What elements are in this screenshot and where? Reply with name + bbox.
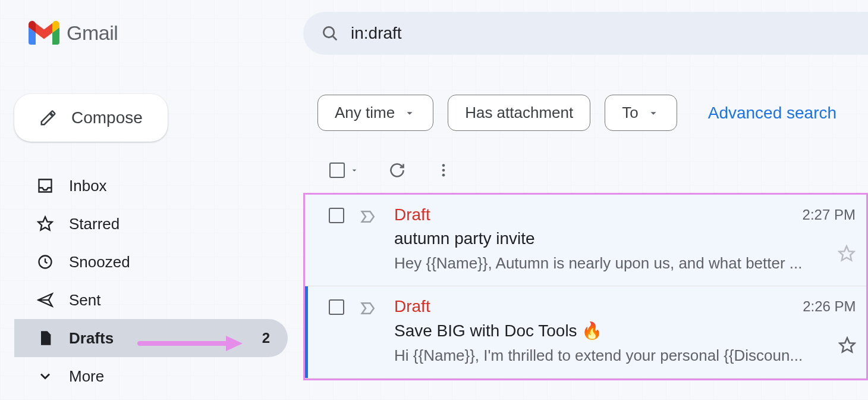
search-bar[interactable] xyxy=(303,12,868,55)
filter-to[interactable]: To xyxy=(605,95,677,131)
row-time: 2:26 PM xyxy=(803,298,856,315)
nav-list: Inbox Starred Snoozed Sent Drafts 2 xyxy=(14,167,288,395)
inbox-icon xyxy=(37,177,54,194)
gmail-logo-icon xyxy=(29,17,59,48)
main-area: Any time Has attachment To Advanced sear… xyxy=(303,92,868,380)
drafts-list: Draft autumn party invite Hey {{Name}}, … xyxy=(303,193,868,380)
row-body: Draft autumn party invite Hey {{Name}}, … xyxy=(378,205,803,273)
refresh-icon[interactable] xyxy=(389,162,405,179)
sidebar-item-sent[interactable]: Sent xyxy=(14,281,288,319)
row-snippet: Hi {{Name}}, I'm thrilled to extend your… xyxy=(394,346,803,365)
row-checkbox[interactable] xyxy=(329,299,344,315)
important-icon[interactable] xyxy=(360,208,378,226)
sidebar-item-label: Inbox xyxy=(69,177,107,195)
chevron-down-icon xyxy=(647,107,660,120)
row-time: 2:27 PM xyxy=(803,207,856,223)
svg-marker-2 xyxy=(38,217,52,230)
filter-anytime[interactable]: Any time xyxy=(317,95,433,131)
file-icon xyxy=(37,330,54,346)
drafts-count: 2 xyxy=(262,330,270,346)
row-controls xyxy=(329,205,378,273)
chip-label: Has attachment xyxy=(465,104,573,122)
svg-point-7 xyxy=(442,169,445,172)
chevron-down-icon xyxy=(403,107,416,120)
search-icon xyxy=(321,24,339,42)
row-checkbox[interactable] xyxy=(329,208,344,223)
star-icon[interactable] xyxy=(838,336,856,354)
sidebar: Compose Inbox Starred Snoozed Sent xyxy=(14,94,288,395)
draft-row[interactable]: Draft Save BIG with Doc Tools 🔥 Hi {{Nam… xyxy=(305,286,866,379)
compose-button[interactable]: Compose xyxy=(14,94,168,142)
sidebar-item-drafts[interactable]: Drafts 2 xyxy=(14,319,288,357)
sidebar-item-label: Snoozed xyxy=(69,253,130,271)
row-body: Draft Save BIG with Doc Tools 🔥 Hi {{Nam… xyxy=(378,297,803,365)
sidebar-item-inbox[interactable]: Inbox xyxy=(14,167,288,205)
advanced-search-link[interactable]: Advanced search xyxy=(708,104,836,123)
svg-point-0 xyxy=(323,27,334,38)
select-all-control[interactable] xyxy=(329,162,359,178)
sidebar-item-label: Starred xyxy=(69,215,119,233)
sidebar-item-label: More xyxy=(69,367,104,386)
app-name: Gmail xyxy=(67,21,118,45)
draft-label: Draft xyxy=(394,205,430,224)
star-icon[interactable] xyxy=(838,245,856,262)
sidebar-item-more[interactable]: More xyxy=(14,357,288,395)
draft-label: Draft xyxy=(394,297,430,315)
row-controls xyxy=(329,297,378,365)
header-bar: Gmail xyxy=(0,0,868,65)
chip-label: Any time xyxy=(335,104,395,122)
clock-icon xyxy=(37,254,54,270)
svg-point-8 xyxy=(442,174,445,177)
chip-label: To xyxy=(622,104,638,122)
sidebar-item-label: Drafts xyxy=(69,329,114,348)
compose-label: Compose xyxy=(71,108,143,127)
sidebar-item-label: Sent xyxy=(69,291,101,310)
sidebar-item-starred[interactable]: Starred xyxy=(14,205,288,243)
chevron-down-icon xyxy=(350,165,359,175)
svg-marker-9 xyxy=(839,246,854,261)
logo-area: Gmail xyxy=(29,17,118,48)
chevron-down-icon xyxy=(37,368,54,385)
send-icon xyxy=(37,292,54,308)
checkbox-icon xyxy=(329,162,345,178)
toolbar xyxy=(303,145,868,193)
svg-line-1 xyxy=(333,36,337,40)
sidebar-item-snoozed[interactable]: Snoozed xyxy=(14,243,288,281)
row-subject: autumn party invite xyxy=(394,229,803,248)
svg-marker-10 xyxy=(839,338,854,352)
row-snippet: Hey {{Name}}, Autumn is nearly upon us, … xyxy=(394,254,803,273)
filter-attachment[interactable]: Has attachment xyxy=(448,95,590,131)
more-icon[interactable] xyxy=(435,162,452,179)
svg-point-6 xyxy=(442,164,445,167)
important-icon[interactable] xyxy=(360,299,378,317)
row-meta: 2:27 PM xyxy=(803,205,856,273)
filter-row: Any time Has attachment To Advanced sear… xyxy=(303,92,868,145)
pencil-icon xyxy=(39,109,57,127)
search-input[interactable] xyxy=(351,24,648,43)
row-meta: 2:26 PM xyxy=(803,297,856,365)
draft-row[interactable]: Draft autumn party invite Hey {{Name}}, … xyxy=(305,195,866,286)
star-icon xyxy=(37,215,54,232)
row-subject: Save BIG with Doc Tools 🔥 xyxy=(394,321,803,340)
